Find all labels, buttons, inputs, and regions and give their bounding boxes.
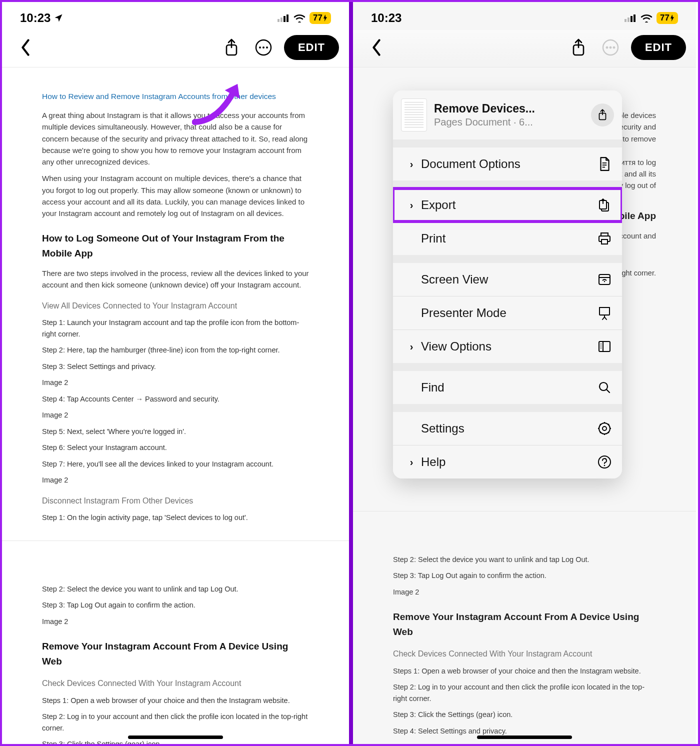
menu-settings[interactable]: › Settings	[393, 412, 622, 445]
edit-button[interactable]: EDIT	[631, 35, 686, 60]
step: Step 1: On the login activity page, tap …	[42, 512, 309, 523]
toolbar: EDIT	[2, 30, 349, 67]
image-placeholder: Image 2	[393, 586, 656, 598]
svg-rect-26	[600, 308, 610, 315]
back-button[interactable]	[14, 36, 37, 59]
svg-point-35	[604, 465, 606, 466]
svg-rect-1	[280, 18, 282, 22]
step: Steps 1: Open a web browser of your choi…	[42, 695, 309, 706]
svg-rect-3	[286, 14, 288, 22]
location-icon	[54, 13, 64, 23]
clock: 10:23	[20, 11, 50, 25]
popover-subtitle: Pages Document · 6...	[434, 116, 535, 128]
wifi-icon	[294, 14, 306, 22]
image-placeholder: Image 2	[42, 410, 309, 420]
status-bar: 10:23 77	[353, 2, 696, 30]
more-button[interactable]	[252, 36, 275, 59]
step: Step 2: Log in to your account and then …	[42, 711, 309, 734]
svg-point-6	[259, 46, 261, 48]
menu-export[interactable]: › Export	[393, 188, 622, 222]
help-icon	[597, 454, 612, 470]
chevron-right-icon: ›	[406, 456, 417, 468]
svg-point-7	[262, 46, 264, 48]
menu-view-options[interactable]: › View Options	[393, 330, 622, 363]
menu-label: Print	[421, 232, 446, 246]
chevron-right-icon: ›	[406, 158, 417, 170]
menu-help[interactable]: › Help	[393, 446, 622, 478]
step: Step 3: Tap Log Out again to confirm the…	[393, 570, 656, 581]
battery-badge: 77	[656, 12, 678, 24]
page-break	[353, 511, 696, 541]
clock: 10:23	[371, 11, 402, 25]
svg-point-8	[266, 46, 268, 48]
heading: How to Log Someone Out of Your Instagram…	[42, 231, 309, 260]
paragraph: A great thing about Instagram is that it…	[42, 110, 309, 168]
popover-share-button[interactable]	[591, 104, 614, 126]
page-break	[2, 540, 349, 570]
screen-view-icon	[597, 272, 612, 287]
home-indicator[interactable]	[128, 736, 223, 739]
step: Step 2: Select the device you want to un…	[42, 584, 309, 594]
status-bar: 10:23 77	[2, 2, 349, 30]
menu-document-options[interactable]: › Document Options	[393, 148, 622, 180]
toolbar: EDIT	[353, 30, 696, 67]
svg-point-30	[600, 348, 602, 348]
svg-point-28	[600, 344, 602, 344]
paragraph: There are two steps involved in the proc…	[42, 268, 309, 291]
svg-point-29	[600, 346, 602, 346]
chevron-right-icon: ›	[406, 341, 417, 352]
step: Step 3: Tap Log Out again to confirm the…	[42, 600, 309, 610]
step: Step 3: Select Settings and privacy.	[42, 361, 309, 372]
svg-rect-9	[624, 19, 626, 22]
image-placeholder: Image 2	[42, 474, 309, 486]
step: Steps 1: Open a web browser of your choi…	[393, 666, 656, 676]
subheading: Disconnect Instagram From Other Devices	[42, 495, 309, 508]
export-icon	[597, 198, 612, 212]
step: Step 6: Select your Instagram account.	[42, 442, 309, 453]
step: Step 2: Log in to your account and then …	[393, 682, 656, 704]
menu-find[interactable]: › Find	[393, 371, 622, 404]
svg-point-25	[604, 281, 605, 282]
menu-screen-view[interactable]: › Screen View	[393, 263, 622, 296]
svg-point-33	[602, 426, 606, 430]
svg-point-15	[606, 46, 608, 48]
menu-label: Help	[421, 455, 446, 469]
share-button[interactable]	[567, 36, 590, 59]
popover-title: Remove Devices...	[434, 102, 535, 116]
search-icon	[597, 380, 612, 395]
image-placeholder: Image 2	[42, 616, 309, 627]
presenter-icon	[597, 306, 612, 320]
edit-button[interactable]: EDIT	[284, 35, 339, 60]
subheading: Check Devices Connected With Your Instag…	[393, 648, 656, 660]
step: Step 1: Launch your Instagram account an…	[42, 317, 309, 340]
menu-presenter-mode[interactable]: › Presenter Mode	[393, 296, 622, 330]
svg-rect-27	[599, 342, 610, 352]
menu-print[interactable]: › Print	[393, 222, 622, 255]
gear-icon	[597, 421, 612, 436]
svg-rect-23	[602, 240, 608, 244]
subheading: Check Devices Connected With Your Instag…	[42, 678, 309, 690]
subheading: View All Devices Connected to Your Insta…	[42, 300, 309, 312]
share-button[interactable]	[220, 36, 243, 59]
menu-label: Export	[421, 198, 456, 212]
step: Step 5: Next, select 'Where you're logge…	[42, 426, 309, 437]
step: Step 3: Click the Settings (gear) icon.	[393, 709, 656, 720]
back-button[interactable]	[365, 36, 388, 59]
wifi-icon	[640, 14, 652, 22]
menu-label: Screen View	[421, 272, 488, 286]
svg-rect-0	[278, 19, 280, 22]
menu-label: Document Options	[421, 157, 520, 171]
step: Step 2: Select the device you want to un…	[393, 554, 656, 565]
home-indicator[interactable]	[477, 736, 572, 739]
svg-point-16	[610, 46, 612, 48]
more-button[interactable]	[599, 36, 622, 59]
doc-title-link: How to Review and Remove Instagram Accou…	[42, 90, 309, 102]
menu-label: Presenter Mode	[421, 306, 506, 320]
document-thumbnail	[401, 98, 427, 132]
step: Step 7: Here, you'll see all the devices…	[42, 458, 309, 470]
view-options-icon	[597, 339, 612, 354]
more-menu-popover: Remove Devices... Pages Document · 6... …	[393, 90, 622, 478]
heading: Remove Your Instagram Account From A Dev…	[393, 610, 656, 639]
printer-icon	[597, 231, 612, 246]
cellular-icon	[278, 14, 290, 22]
